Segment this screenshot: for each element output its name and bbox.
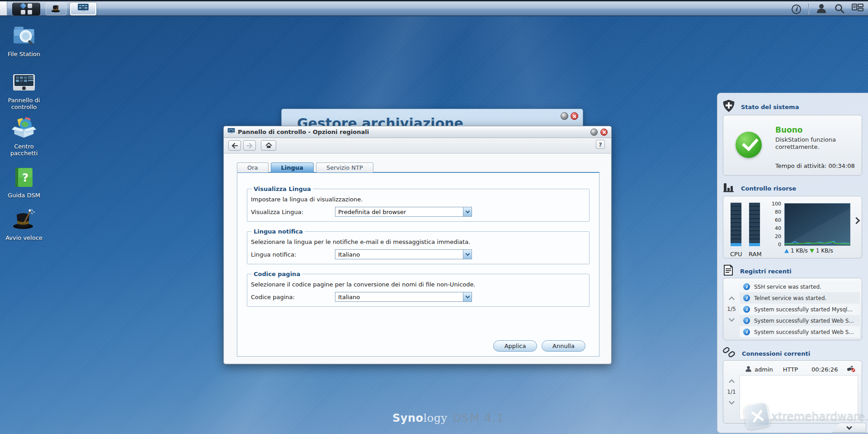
resource-monitor-box[interactable]: CPU RAM 100 80 60 40 20 0 1 KB/s xyxy=(723,196,862,258)
uptime-text: Tempo di attività: 00:34:08 xyxy=(775,162,855,169)
desktop-icon-dsm-help[interactable]: ? Guida DSM xyxy=(0,167,48,199)
quick-launch-hat-icon xyxy=(51,3,61,15)
expand-right-icon[interactable] xyxy=(853,217,860,224)
group-legend: Lingua notifica xyxy=(252,228,305,235)
download-speed: 1 KB/s xyxy=(816,248,833,254)
section-title: Connessioni correnti xyxy=(742,350,810,357)
status-description: DiskStation funziona correttamente. xyxy=(775,136,852,151)
system-status-box: Buono DiskStation funziona correttamente… xyxy=(723,115,862,176)
group-legend: Visualizza Lingua xyxy=(252,186,313,192)
select-value: Italiano xyxy=(335,294,463,300)
logs-pager: 1/5 xyxy=(723,278,740,340)
quick-launch-button[interactable] xyxy=(46,3,66,15)
desktop-icon-file-station[interactable]: File Station xyxy=(0,24,48,57)
pager-up-icon[interactable] xyxy=(729,296,735,302)
active-task-button[interactable] xyxy=(70,3,96,15)
field-label: Lingua notifica: xyxy=(251,251,335,258)
desktop-icon-package-center[interactable]: Centro pacchetti xyxy=(0,117,48,157)
info-icon: i xyxy=(743,329,750,335)
ram-meter xyxy=(749,202,760,248)
pager-down-icon[interactable] xyxy=(729,399,735,405)
widgets-panel-icon[interactable] xyxy=(852,3,863,15)
chevron-down-icon[interactable] xyxy=(463,250,472,259)
xtremehardware-watermark: xtremehardware.com xyxy=(745,404,868,428)
tab-lingua[interactable]: Lingua xyxy=(271,162,314,172)
search-icon[interactable] xyxy=(834,3,844,15)
connection-row[interactable]: admin HTTP 00:26:26 xyxy=(740,363,860,375)
file-station-icon xyxy=(12,24,36,49)
group-description: Selezionare la lingua per le notifiche e… xyxy=(251,238,585,245)
pager-up-icon[interactable] xyxy=(729,379,735,385)
synology-watermark: SynologyDSM 4.1 xyxy=(392,412,505,424)
desktop-icon-label: Avvio veloce xyxy=(0,234,48,241)
system-status-header: Stato del sistema xyxy=(723,100,799,114)
cpu-meter xyxy=(730,202,742,248)
help-button[interactable]: ? xyxy=(596,140,605,149)
display-language-select[interactable]: Predefinita del browser xyxy=(335,207,472,217)
dialog-close-icon[interactable] xyxy=(600,129,608,136)
info-icon: i xyxy=(743,283,750,290)
bar-chart-icon xyxy=(723,182,735,195)
system-widget-panel: Stato del sistema Buono DiskStation funz… xyxy=(717,93,868,433)
desktop-icon-label: File Station xyxy=(0,51,48,57)
chevron-down-icon[interactable] xyxy=(463,207,472,216)
home-button[interactable] xyxy=(261,140,276,151)
log-document-icon xyxy=(723,264,734,278)
minimize-icon[interactable] xyxy=(561,112,568,120)
notification-language-group: Lingua notifica Selezionare la lingua pe… xyxy=(247,228,590,264)
log-row[interactable]: iSSH service was started. xyxy=(740,281,860,292)
connections-pager: 1/1 xyxy=(723,361,740,423)
status-text: Buono xyxy=(775,125,803,134)
pager-down-icon[interactable] xyxy=(729,316,735,322)
field-label: Visualizza Lingua: xyxy=(251,209,335,215)
apply-button[interactable]: Applica xyxy=(493,340,537,352)
codepage-select[interactable]: Italiano xyxy=(335,292,472,302)
status-ok-icon xyxy=(736,132,762,158)
back-button[interactable] xyxy=(228,140,241,151)
dialog-minimize-icon[interactable] xyxy=(590,129,598,136)
pager-count: 1/5 xyxy=(727,306,736,312)
dialog-titlebar[interactable]: Pannello di controllo - Opzioni regional… xyxy=(224,126,611,138)
log-row[interactable]: iSystem successfully started Mysql... xyxy=(740,304,860,315)
tab-ora[interactable]: Ora xyxy=(237,162,269,172)
log-row[interactable]: iSystem successfully started Web S... xyxy=(740,326,860,338)
package-center-icon xyxy=(12,117,36,141)
notification-language-select[interactable]: Italiano xyxy=(335,249,472,259)
user-icon[interactable] xyxy=(816,3,827,15)
forward-button[interactable] xyxy=(243,140,256,151)
log-row[interactable]: iSystem successfully started Web S... xyxy=(740,315,860,326)
connections-header: Connessioni correnti xyxy=(723,347,810,360)
section-title: Controllo risorse xyxy=(741,185,796,192)
connection-protocol: HTTP xyxy=(783,366,798,373)
group-description: Selezionare il codice pagine per la conv… xyxy=(251,281,585,288)
show-desktop-button[interactable] xyxy=(0,1,7,15)
desktop-icon-control-panel[interactable]: Pannello di controllo xyxy=(0,73,48,110)
disconnect-icon[interactable] xyxy=(846,365,855,374)
dialog-body: Ora Lingua Servizio NTP Visualizza Lingu… xyxy=(224,154,611,363)
link-icon xyxy=(723,347,736,360)
network-speed: 1 KB/s 1 KB/s xyxy=(784,248,833,254)
recent-logs-header: Registri recenti xyxy=(723,264,792,278)
axis-tick: 80 xyxy=(769,209,781,215)
info-icon: i xyxy=(743,317,750,324)
cancel-button[interactable]: Annulla xyxy=(542,340,585,352)
taskbar-separator xyxy=(808,4,809,14)
axis-tick: 40 xyxy=(769,225,781,231)
tab-servizio-ntp[interactable]: Servizio NTP xyxy=(316,162,373,172)
quick-start-icon xyxy=(12,208,36,233)
close-icon[interactable] xyxy=(571,112,578,120)
group-legend: Codice pagina xyxy=(252,271,302,277)
main-menu-button[interactable] xyxy=(12,3,40,15)
dialog-toolbar xyxy=(224,138,611,153)
tab-bar: Ora Lingua Servizio NTP xyxy=(237,162,373,172)
info-icon[interactable]: i xyxy=(792,5,801,14)
user-icon xyxy=(745,365,752,373)
log-row[interactable]: iTelnet service was started. xyxy=(740,292,860,304)
select-value: Italiano xyxy=(335,251,463,258)
desktop-icon-quick-start[interactable]: Avvio veloce xyxy=(0,208,48,241)
control-panel-icon xyxy=(12,73,36,95)
dialog-monitor-icon xyxy=(227,128,235,136)
upload-icon xyxy=(784,249,789,253)
chevron-down-icon[interactable] xyxy=(463,292,472,301)
pager-count: 1/1 xyxy=(727,389,736,395)
